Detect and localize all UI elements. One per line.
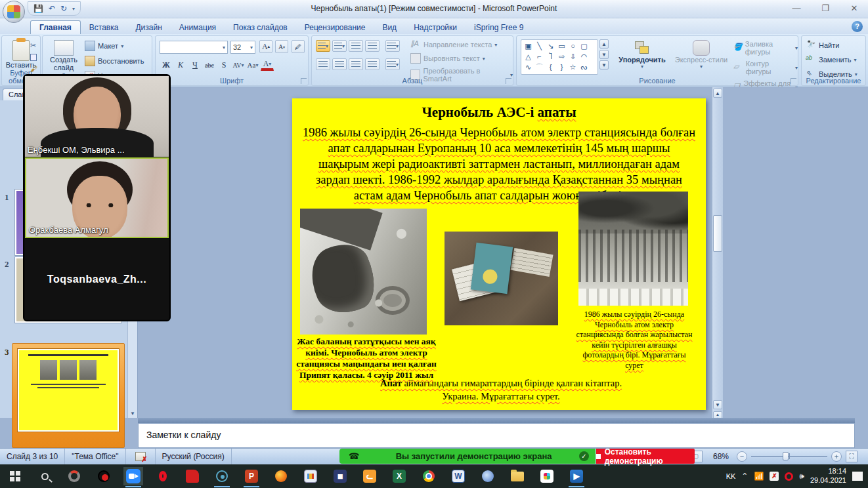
slide-canvas[interactable]: Чернобыль АЭС-і апаты 1986 жылы сәуірдің… — [292, 98, 706, 410]
capture-app[interactable] — [64, 467, 84, 485]
tab-dizain[interactable]: Дизайн — [127, 21, 170, 34]
scroll-up-button[interactable]: ▲ — [713, 89, 722, 98]
shape-triangle-icon[interactable]: △ — [523, 52, 534, 62]
tab-pokaz-slaidov[interactable]: Показ слайдов — [225, 21, 296, 34]
notes-pane[interactable]: Заметки к слайду — [138, 423, 855, 448]
excel-app[interactable]: X — [389, 467, 409, 485]
office-button[interactable] — [3, 1, 25, 23]
text-direction-button[interactable]: ∥AНаправление текста▾ — [410, 39, 513, 50]
shape-scribble-icon[interactable]: ∿ — [523, 62, 534, 72]
save-icon[interactable]: 💾 — [33, 4, 43, 13]
copy-icon[interactable] — [30, 54, 37, 61]
shapes-gallery[interactable]: ▣ ╲ ↘ ▭ ○ ▢ △ ⌐ Ⴈ ⇨ ⇩ ◠ ∿ ⌒ { } ☆ ᔓ — [521, 39, 598, 75]
shape-line-icon[interactable]: ╲ — [534, 41, 545, 51]
shrink-font-button[interactable]: А▾ — [275, 40, 288, 53]
paragraph-dialog-launcher[interactable] — [506, 78, 511, 84]
shape-textbox-icon[interactable]: ▣ — [523, 41, 534, 51]
drawing-dialog-launcher[interactable] — [791, 78, 796, 84]
shape-star-icon[interactable]: ☆ — [567, 62, 578, 72]
shape-freeform-icon[interactable]: ᔓ — [578, 62, 590, 72]
shape-connector-icon[interactable]: Ⴈ — [545, 52, 556, 62]
align-right-button[interactable] — [349, 58, 363, 70]
stop-share-button[interactable]: Остановить демонстрацию — [596, 449, 695, 464]
shape-brace-right-icon[interactable]: } — [556, 62, 567, 72]
replace-button[interactable]: abЗаменить▾ — [806, 54, 857, 65]
undo-icon[interactable]: ↶ — [49, 4, 55, 13]
tab-glavnaya[interactable]: Главная — [30, 20, 81, 34]
zoom-out-button[interactable]: − — [737, 451, 747, 462]
bold-button[interactable]: Ж — [160, 58, 173, 71]
slack-app[interactable] — [537, 467, 557, 485]
scroll-thumb[interactable] — [713, 215, 722, 252]
font-color-button[interactable]: А▾ — [261, 59, 274, 71]
hidden-icons-chevron[interactable]: ⌃ — [741, 472, 748, 481]
chart-app[interactable] — [301, 467, 320, 485]
tray-excel-icon[interactable]: ✗ — [770, 472, 779, 481]
participant-tile-2[interactable]: Оракбаева Алмагул — [25, 157, 169, 238]
red-app[interactable] — [183, 467, 202, 485]
numbering-button[interactable]: ▾ — [332, 40, 347, 52]
columns-button[interactable]: ▾ — [385, 58, 400, 70]
shape-elbow-icon[interactable]: ⌐ — [534, 52, 545, 62]
text-shadow-button[interactable]: S — [217, 58, 230, 71]
shapes-scroll-up[interactable]: ▲ — [599, 39, 609, 49]
grow-font-button[interactable]: А▴ — [259, 40, 272, 53]
firefox-app[interactable] — [271, 467, 291, 485]
minimize-button[interactable]: — — [787, 1, 806, 16]
participant-tile-3[interactable]: Toqsanbaeva_Zh... — [25, 239, 169, 319]
increase-indent-button[interactable] — [365, 40, 380, 52]
line-spacing-button[interactable]: ▾ — [385, 40, 400, 52]
video-call-overlay[interactable]: Еңбекші ОМ, Эльвира ... Оракбаева Алмагу… — [23, 74, 171, 321]
change-case-button[interactable]: Aa▾ — [246, 58, 259, 71]
movies-app[interactable]: ▶ — [567, 467, 586, 485]
shape-arrow-right-icon[interactable]: ⇨ — [556, 52, 567, 62]
clear-formatting-button[interactable]: 🖉 — [292, 40, 305, 53]
screenrec-app[interactable] — [212, 467, 232, 485]
tab-vstavka[interactable]: Вставка — [81, 21, 127, 34]
file-explorer[interactable] — [508, 467, 527, 485]
recorder-app[interactable] — [94, 467, 114, 485]
input-language[interactable]: KK — [726, 472, 736, 480]
close-button[interactable]: ✕ — [844, 1, 864, 16]
quick-styles-button[interactable]: Экспресс-стили▾ — [672, 40, 731, 70]
zoom-slider-knob[interactable] — [783, 452, 789, 460]
opera-app[interactable] — [153, 467, 173, 485]
strikethrough-button[interactable]: abc — [203, 58, 216, 71]
word-app[interactable]: W — [448, 467, 468, 485]
align-center-button[interactable] — [332, 58, 347, 70]
action-center-icon[interactable] — [852, 472, 863, 481]
font-size-combobox[interactable]: 32▾ — [230, 41, 255, 54]
shape-brace-left-icon[interactable]: { — [545, 62, 556, 72]
tab-nadstroiki[interactable]: Надстройки — [405, 21, 466, 34]
layout-button[interactable]: Макет▾ — [85, 41, 144, 51]
shape-cloud-icon[interactable]: ◠ — [578, 52, 590, 62]
qat-dropdown-icon[interactable]: ▾ — [72, 6, 75, 12]
zoom-percentage[interactable]: 68% — [713, 452, 729, 461]
language-indicator[interactable]: Русский (Россия) — [156, 449, 232, 464]
tab-retsenzirovanie[interactable]: Рецензирование — [296, 21, 374, 34]
font-name-combobox[interactable]: ▾ — [160, 41, 228, 54]
find-button[interactable]: 🔭Найти — [806, 40, 857, 51]
align-text-button[interactable]: Выровнять текст▾ — [410, 53, 513, 64]
justify-button[interactable] — [365, 58, 380, 70]
italic-button[interactable]: K — [174, 58, 187, 71]
notes-splitter[interactable] — [138, 418, 855, 423]
shape-outline-button[interactable]: ▱Контур фигуры▾ — [733, 60, 798, 75]
new-slide-button[interactable]: Создать слайд▾ — [45, 40, 82, 77]
font-dialog-launcher[interactable] — [301, 78, 307, 84]
arrange-button[interactable]: Упорядочить▾ — [615, 40, 669, 70]
vertical-scrollbar[interactable]: ▲ ▼ ▲▲ ▼▼ — [712, 87, 723, 433]
tab-vid[interactable]: Вид — [374, 21, 405, 34]
search-button[interactable] — [35, 467, 54, 485]
reset-button[interactable]: Восстановить — [85, 56, 144, 66]
zoom-app[interactable] — [123, 467, 143, 485]
zoom-in-button[interactable]: + — [831, 451, 842, 462]
tab-animatsiya[interactable]: Анимация — [171, 21, 225, 34]
restore-button[interactable]: ❐ — [815, 1, 835, 16]
redo-icon[interactable]: ↻ — [60, 4, 67, 13]
shape-rect-icon[interactable]: ▭ — [556, 41, 567, 51]
character-spacing-button[interactable]: AV▾ — [232, 58, 245, 71]
wifi-icon[interactable]: 📶 — [754, 472, 764, 481]
shape-rounded-rect-icon[interactable]: ▢ — [578, 41, 590, 51]
help-button[interactable]: ? — [852, 21, 863, 32]
